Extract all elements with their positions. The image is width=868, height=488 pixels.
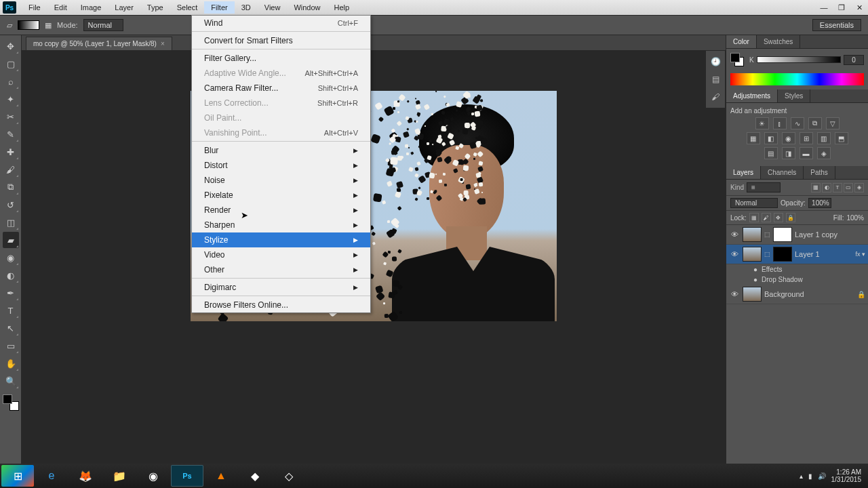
adj-exposure-icon[interactable]: ⧉	[808, 117, 822, 129]
filter-last[interactable]: WindCtrl+F	[192, 16, 370, 32]
document-tab[interactable]: mo copy @ 50% (Layer 1, Layer Mask/8) ×	[26, 37, 172, 50]
mask-thumb[interactable]	[773, 247, 792, 262]
adj-lookup-icon[interactable]: ▥	[817, 132, 831, 144]
marquee-tool[interactable]: ▢	[3, 56, 19, 72]
filter-pixelate[interactable]: Pixelate▶	[192, 188, 370, 203]
tab-channels[interactable]: Channels	[761, 166, 804, 179]
brush-tool[interactable]: 🖌	[3, 161, 19, 178]
menu-type[interactable]: Type	[140, 1, 170, 14]
filter-sharpen[interactable]: Sharpen▶	[192, 218, 370, 232]
filter-digimarc[interactable]: Digimarc▶	[192, 280, 370, 296]
properties-icon[interactable]: ▤	[706, 71, 725, 87]
layer-thumb[interactable]	[743, 247, 762, 262]
taskbar-explorer[interactable]: 📁	[103, 465, 136, 487]
system-tray[interactable]: ▴ ▮ 🔊 1:26 AM1/31/2015	[800, 468, 867, 483]
filter-type-icon[interactable]: T	[833, 183, 842, 192]
lock-position-icon[interactable]: ✥	[774, 213, 783, 222]
tab-color[interactable]: Color	[726, 35, 757, 48]
adj-thresh-icon[interactable]: ◨	[782, 147, 795, 159]
filter-gallery[interactable]: Filter Gallery...	[192, 51, 370, 66]
taskbar-app1[interactable]: ◆	[239, 465, 271, 487]
layer-thumb[interactable]	[743, 227, 762, 242]
adj-mixer-icon[interactable]: ⊞	[800, 132, 813, 144]
filter-noise[interactable]: Noise▶	[192, 173, 370, 188]
menu-file[interactable]: File	[22, 1, 47, 14]
blur-tool[interactable]: ◉	[3, 249, 19, 266]
tab-swatches[interactable]: Swatches	[757, 35, 800, 48]
move-tool[interactable]: ✥	[3, 38, 19, 54]
layer-row[interactable]: 👁 ⬚ Layer 1 copy	[726, 225, 868, 245]
adj-selcolor-icon[interactable]: ◈	[817, 147, 831, 159]
mask-thumb[interactable]	[773, 227, 792, 242]
layer-name[interactable]: Layer 1	[795, 250, 852, 258]
tab-adjustments[interactable]: Adjustments	[726, 89, 778, 102]
path-tool[interactable]: ↖	[3, 320, 19, 336]
minimize-button[interactable]: —	[815, 1, 833, 14]
layer-thumb[interactable]	[743, 287, 762, 302]
type-tool[interactable]: T	[3, 302, 19, 319]
color-spectrum[interactable]	[730, 73, 864, 85]
filter-camera-raw[interactable]: Camera Raw Filter...Shift+Ctrl+A	[192, 81, 370, 96]
adj-photo-icon[interactable]: ◉	[782, 132, 795, 144]
adj-poster-icon[interactable]: ▤	[764, 147, 778, 159]
adj-invert-icon[interactable]: ⬒	[835, 132, 848, 144]
visibility-icon[interactable]: 👁	[729, 230, 740, 239]
filter-shape-icon[interactable]: ▭	[844, 183, 853, 192]
layer-row[interactable]: 👁 Background 🔒	[726, 285, 868, 304]
k-slider[interactable]	[757, 56, 841, 63]
gradient-preview[interactable]	[18, 20, 39, 30]
adj-hue-icon[interactable]: ▦	[747, 132, 760, 144]
adj-bw-icon[interactable]: ◧	[764, 132, 778, 144]
tab-layers[interactable]: Layers	[726, 166, 761, 179]
visibility-icon[interactable]: 👁	[729, 290, 740, 298]
lock-transparent-icon[interactable]: ▦	[749, 213, 759, 222]
filter-pixel-icon[interactable]: ▦	[811, 183, 821, 192]
visibility-icon[interactable]: 👁	[729, 250, 740, 258]
menu-select[interactable]: Select	[170, 1, 205, 14]
hand-tool[interactable]: ✋	[3, 355, 19, 371]
layer-blend-dropdown[interactable]: Normal	[730, 198, 778, 208]
filter-distort[interactable]: Distort▶	[192, 158, 370, 173]
menu-window[interactable]: Window	[287, 1, 327, 14]
gradient-tool[interactable]: ▰	[3, 232, 19, 248]
zoom-tool[interactable]: 🔍	[3, 373, 19, 389]
fg-bg-colors[interactable]	[3, 394, 19, 411]
history-icon[interactable]: 🕘	[706, 54, 725, 70]
taskbar-photoshop[interactable]: Ps	[171, 465, 203, 487]
fx-row[interactable]: ●Drop Shadow	[726, 274, 868, 285]
adj-gradmap-icon[interactable]: ▬	[800, 147, 813, 159]
menu-edit[interactable]: Edit	[47, 1, 74, 14]
kind-dropdown[interactable]: ≡	[747, 182, 781, 192]
taskbar-ie[interactable]: e	[35, 465, 68, 487]
menu-image[interactable]: Image	[74, 1, 108, 14]
layer-name[interactable]: Background	[764, 290, 854, 298]
tab-paths[interactable]: Paths	[804, 166, 835, 179]
taskbar-chrome[interactable]: ◉	[137, 465, 170, 487]
filter-smart-icon[interactable]: ◈	[854, 183, 864, 192]
menu-filter[interactable]: Filter	[204, 1, 234, 14]
gradient-type-icons[interactable]: ▦	[45, 21, 52, 30]
tray-up-icon[interactable]: ▴	[800, 472, 803, 480]
k-value[interactable]: 0	[844, 55, 864, 65]
eraser-tool[interactable]: ◫	[3, 214, 19, 230]
brush-presets-icon[interactable]: 🖌	[706, 89, 725, 105]
taskbar-app2[interactable]: ◇	[273, 465, 305, 487]
tray-network-icon[interactable]: ▮	[808, 472, 812, 480]
eyedropper-tool[interactable]: ✎	[3, 126, 19, 142]
wand-tool[interactable]: ✦	[3, 91, 19, 107]
filter-other[interactable]: Other▶	[192, 262, 370, 279]
adj-curves-icon[interactable]: ∿	[791, 117, 804, 129]
filter-stylize[interactable]: Stylize▶	[192, 232, 370, 247]
adj-brightness-icon[interactable]: ☀	[755, 117, 769, 129]
filter-browse[interactable]: Browse Filters Online...	[192, 298, 370, 312]
blend-mode-dropdown[interactable]: Normal	[83, 19, 123, 31]
lasso-tool[interactable]: ⌕	[3, 73, 19, 89]
pen-tool[interactable]: ✒	[3, 285, 19, 301]
shape-tool[interactable]: ▭	[3, 338, 19, 354]
close-button[interactable]: ✕	[850, 1, 868, 14]
dodge-tool[interactable]: ◐	[3, 267, 19, 283]
adj-vibrance-icon[interactable]: ▽	[826, 117, 840, 129]
adj-levels-icon[interactable]: ⫿	[773, 117, 787, 129]
filter-video[interactable]: Video▶	[192, 247, 370, 262]
color-swatch[interactable]	[730, 53, 744, 66]
